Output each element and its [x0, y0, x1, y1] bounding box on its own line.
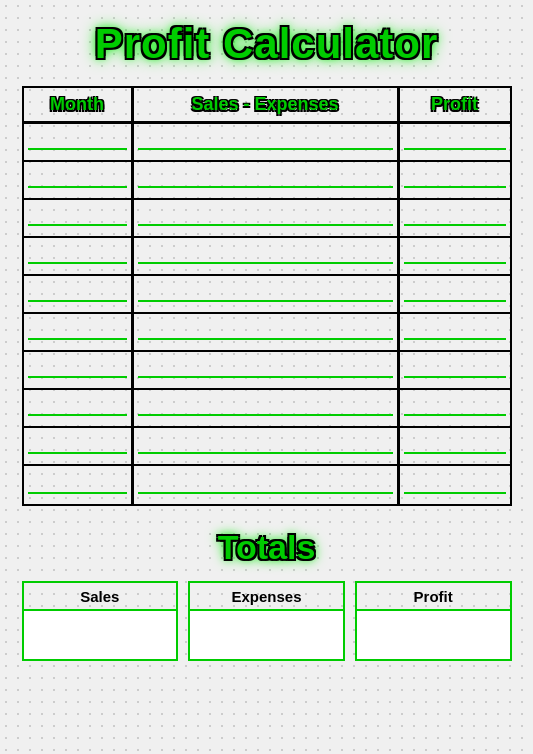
- total-profit-label: Profit: [357, 583, 510, 611]
- cell-month-8[interactable]: [24, 390, 134, 428]
- cell-profit-2[interactable]: [400, 162, 510, 200]
- cell-month-6[interactable]: [24, 314, 134, 352]
- cell-profit-6[interactable]: [400, 314, 510, 352]
- total-profit-value[interactable]: [357, 611, 510, 659]
- page-title: Profit Calculator: [95, 20, 439, 68]
- cell-month-4[interactable]: [24, 238, 134, 276]
- cell-month-7[interactable]: [24, 352, 134, 390]
- table-header: Month Sales - Expenses Profit: [24, 88, 510, 124]
- cell-profit-10[interactable]: [400, 466, 510, 504]
- table-row: [24, 162, 510, 200]
- table-row: [24, 124, 510, 162]
- cell-profit-9[interactable]: [400, 428, 510, 466]
- cell-month-10[interactable]: [24, 466, 134, 504]
- table-row: [24, 200, 510, 238]
- cell-profit-4[interactable]: [400, 238, 510, 276]
- cell-sales-3[interactable]: [134, 200, 400, 238]
- total-expenses-box: Expenses: [188, 581, 345, 661]
- header-sales-expenses: Sales - Expenses: [134, 88, 400, 121]
- header-profit: Profit: [400, 88, 510, 121]
- table-row: [24, 276, 510, 314]
- cell-sales-4[interactable]: [134, 238, 400, 276]
- cell-month-1[interactable]: [24, 124, 134, 162]
- cell-sales-8[interactable]: [134, 390, 400, 428]
- table-row: [24, 390, 510, 428]
- total-sales-value[interactable]: [24, 611, 177, 659]
- cell-sales-1[interactable]: [134, 124, 400, 162]
- page-container: Profit Calculator Month Sales - Expenses…: [0, 0, 533, 754]
- cell-month-2[interactable]: [24, 162, 134, 200]
- total-sales-box: Sales: [22, 581, 179, 661]
- cell-sales-6[interactable]: [134, 314, 400, 352]
- cell-profit-3[interactable]: [400, 200, 510, 238]
- cell-profit-7[interactable]: [400, 352, 510, 390]
- table-row: [24, 238, 510, 276]
- table-row: [24, 428, 510, 466]
- cell-sales-10[interactable]: [134, 466, 400, 504]
- total-sales-label: Sales: [24, 583, 177, 611]
- totals-title: Totals: [218, 528, 316, 567]
- cell-month-3[interactable]: [24, 200, 134, 238]
- total-expenses-label: Expenses: [190, 583, 343, 611]
- cell-month-5[interactable]: [24, 276, 134, 314]
- total-expenses-value[interactable]: [190, 611, 343, 659]
- total-profit-box: Profit: [355, 581, 512, 661]
- cell-month-9[interactable]: [24, 428, 134, 466]
- cell-sales-2[interactable]: [134, 162, 400, 200]
- totals-section: Totals Sales Expenses Profit: [22, 528, 512, 661]
- table-body: [24, 124, 510, 504]
- header-month: Month: [24, 88, 134, 121]
- table-row: [24, 466, 510, 504]
- table-row: [24, 314, 510, 352]
- cell-profit-1[interactable]: [400, 124, 510, 162]
- totals-boxes: Sales Expenses Profit: [22, 581, 512, 661]
- table-row: [24, 352, 510, 390]
- cell-sales-7[interactable]: [134, 352, 400, 390]
- cell-profit-8[interactable]: [400, 390, 510, 428]
- cell-sales-9[interactable]: [134, 428, 400, 466]
- cell-sales-5[interactable]: [134, 276, 400, 314]
- profit-table: Month Sales - Expenses Profit: [22, 86, 512, 506]
- cell-profit-5[interactable]: [400, 276, 510, 314]
